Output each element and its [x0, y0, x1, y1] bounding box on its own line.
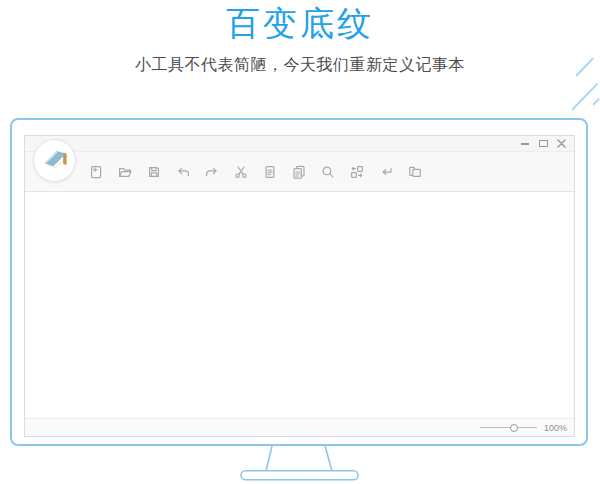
- decor-diagonal-line: [571, 83, 598, 111]
- minimize-icon: [521, 143, 529, 145]
- word-wrap-icon[interactable]: [377, 163, 394, 180]
- undo-icon[interactable]: [174, 163, 191, 180]
- minimize-button[interactable]: [520, 139, 530, 149]
- document-icon[interactable]: [261, 163, 278, 180]
- page-title: 百变底纹: [0, 2, 600, 44]
- notepad-logo-icon: [38, 144, 72, 178]
- window-titlebar: [25, 136, 574, 152]
- redo-icon[interactable]: [203, 163, 220, 180]
- decor-diagonal-line: [592, 98, 600, 106]
- editor-area[interactable]: [25, 192, 574, 418]
- search-icon[interactable]: [319, 163, 336, 180]
- zoom-slider-track[interactable]: [480, 427, 537, 428]
- close-icon: [557, 139, 566, 148]
- layers-icon[interactable]: [406, 163, 423, 180]
- page-subtitle: 小工具不代表简陋，今天我们重新定义记事本: [0, 55, 600, 76]
- new-file-icon[interactable]: [87, 163, 104, 180]
- statusbar: 100%: [25, 418, 574, 436]
- zoom-slider[interactable]: [480, 423, 537, 432]
- app-window: 100%: [24, 135, 575, 437]
- zoom-slider-knob[interactable]: [510, 424, 518, 432]
- replace-icon[interactable]: [348, 163, 365, 180]
- maximize-button[interactable]: [538, 139, 548, 149]
- copy-icon[interactable]: [290, 163, 307, 180]
- zoom-level-label: 100%: [544, 419, 567, 437]
- save-icon[interactable]: [145, 163, 162, 180]
- open-folder-icon[interactable]: [116, 163, 133, 180]
- toolbar: [25, 152, 574, 192]
- cut-icon[interactable]: [232, 163, 249, 180]
- close-button[interactable]: [556, 139, 566, 149]
- app-logo: [33, 139, 76, 182]
- monitor-stand: [233, 445, 367, 484]
- maximize-icon: [539, 140, 548, 147]
